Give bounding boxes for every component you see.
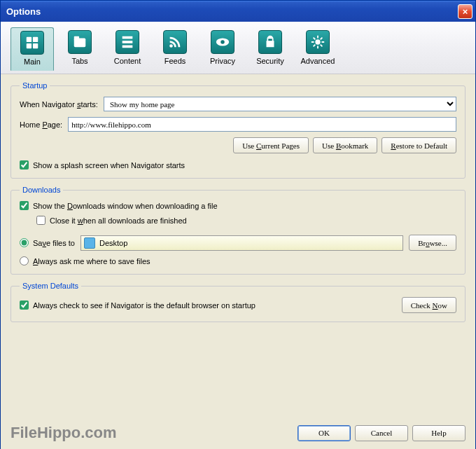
defaults-legend: System Defaults bbox=[20, 282, 81, 290]
tab-label: Privacy bbox=[210, 57, 235, 65]
save-to-radio[interactable] bbox=[20, 238, 29, 247]
help-button[interactable]: Help bbox=[412, 425, 465, 441]
tab-label: Tabs bbox=[71, 57, 88, 65]
tabs-icon bbox=[68, 30, 92, 54]
content-area: Startup When Navigator starts: Show my h… bbox=[1, 74, 475, 449]
tab-main[interactable]: Main bbox=[10, 27, 54, 71]
title-text: Options bbox=[6, 6, 458, 17]
security-icon bbox=[258, 30, 282, 54]
svg-rect-2 bbox=[27, 43, 31, 48]
always-ask-radio[interactable] bbox=[20, 256, 29, 265]
svg-point-9 bbox=[169, 44, 173, 48]
content-icon bbox=[115, 30, 139, 54]
svg-rect-7 bbox=[122, 41, 133, 43]
tab-label: Main bbox=[24, 57, 41, 66]
use-bookmark-button[interactable]: Use Bookmark bbox=[313, 137, 377, 153]
close-finished-checkbox[interactable] bbox=[36, 216, 46, 225]
svg-rect-0 bbox=[27, 37, 31, 42]
advanced-icon bbox=[306, 30, 330, 54]
tab-label: Content bbox=[114, 57, 141, 65]
save-to-label: Save files to bbox=[33, 239, 75, 247]
always-check-checkbox[interactable] bbox=[20, 301, 29, 310]
svg-rect-4 bbox=[74, 39, 86, 48]
startup-group: Startup When Navigator starts: Show my h… bbox=[10, 81, 465, 179]
tab-label: Feeds bbox=[164, 57, 186, 65]
tab-privacy[interactable]: Privacy bbox=[201, 27, 244, 71]
save-location-box: Desktop bbox=[80, 235, 403, 251]
tab-security[interactable]: Security bbox=[248, 27, 292, 71]
home-page-input[interactable] bbox=[68, 117, 456, 132]
close-icon[interactable]: × bbox=[458, 4, 472, 19]
browse-button[interactable]: Browse... bbox=[409, 235, 456, 251]
tab-content[interactable]: Content bbox=[106, 27, 149, 71]
use-current-button[interactable]: Use Current Pages bbox=[233, 137, 309, 153]
tab-feeds[interactable]: Feeds bbox=[153, 27, 197, 71]
svg-rect-12 bbox=[268, 39, 272, 41]
downloads-legend: Downloads bbox=[20, 186, 63, 194]
privacy-icon bbox=[211, 30, 234, 54]
svg-rect-5 bbox=[74, 36, 79, 40]
show-downloads-label: Show the Downloads window when downloadi… bbox=[33, 202, 218, 210]
close-finished-label: Close it when all downloads are finished bbox=[50, 216, 187, 225]
startup-legend: Startup bbox=[20, 81, 50, 90]
tab-label: Security bbox=[256, 57, 284, 65]
splash-label: Show a splash screen when Navigator star… bbox=[33, 161, 185, 170]
check-now-button[interactable]: Check Now bbox=[402, 297, 456, 313]
titlebar: Options × bbox=[1, 1, 475, 22]
desktop-icon bbox=[84, 237, 95, 249]
when-starts-label: When Navigator starts: bbox=[20, 100, 98, 109]
svg-rect-8 bbox=[122, 46, 133, 48]
home-page-label: Home Page: bbox=[20, 120, 62, 129]
save-location-text: Desktop bbox=[99, 239, 127, 247]
svg-rect-6 bbox=[122, 36, 133, 39]
tab-tabs[interactable]: Tabs bbox=[58, 27, 102, 71]
bottom-bar: FileHippo.com OK Cancel Help bbox=[10, 424, 465, 442]
always-ask-label: Always ask me where to save files bbox=[33, 257, 150, 265]
svg-rect-3 bbox=[33, 43, 38, 48]
main-icon bbox=[20, 31, 44, 55]
tab-label: Advanced bbox=[301, 57, 335, 65]
ok-button[interactable]: OK bbox=[298, 425, 351, 441]
category-toolbar: Main Tabs Content Feeds Privacy Security… bbox=[1, 22, 475, 74]
when-starts-select[interactable]: Show my home page bbox=[104, 97, 456, 111]
splash-checkbox[interactable] bbox=[20, 160, 29, 170]
options-window: Options × Main Tabs Content Feeds Privac… bbox=[0, 0, 476, 449]
svg-point-11 bbox=[220, 40, 225, 44]
show-downloads-checkbox[interactable] bbox=[20, 201, 29, 210]
tab-advanced[interactable]: Advanced bbox=[296, 27, 340, 71]
svg-rect-1 bbox=[33, 37, 38, 42]
defaults-group: System Defaults Always check to see if N… bbox=[10, 282, 465, 322]
svg-point-13 bbox=[315, 39, 320, 44]
downloads-group: Downloads Show the Downloads window when… bbox=[10, 186, 465, 275]
always-check-label: Always check to see if Navigator is the … bbox=[33, 301, 255, 310]
watermark: FileHippo.com bbox=[10, 424, 298, 442]
cancel-button[interactable]: Cancel bbox=[355, 425, 408, 441]
feeds-icon bbox=[163, 30, 187, 54]
restore-default-button[interactable]: Restore to Default bbox=[382, 137, 456, 153]
